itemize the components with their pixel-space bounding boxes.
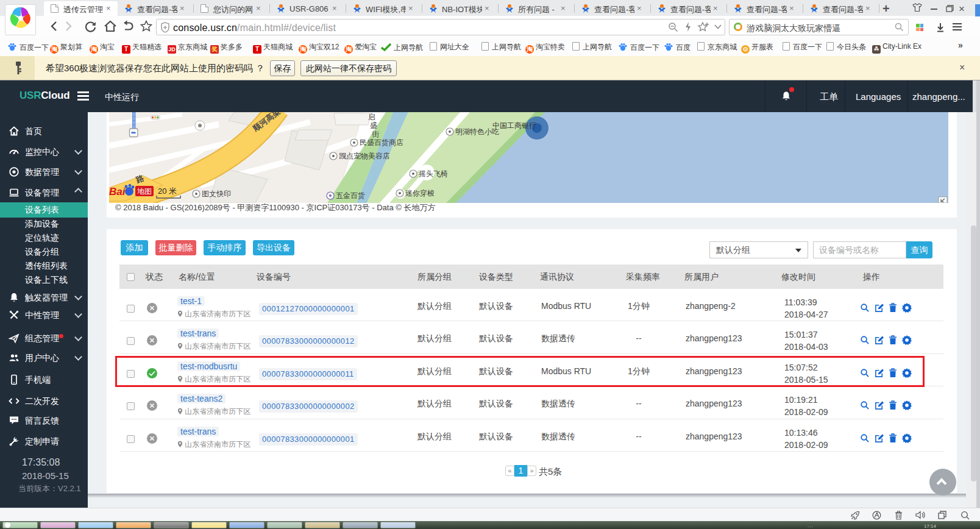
svg-text:20 米: 20 米 — [158, 186, 177, 196]
svg-text:中国工商银行: 中国工商银行 — [492, 121, 536, 130]
svg-text:地图: 地图 — [137, 187, 152, 196]
svg-text:摇头飞椅: 摇头飞椅 — [418, 169, 448, 178]
svg-text:觊点宠物美容店: 觊点宠物美容店 — [339, 152, 390, 160]
svg-text:盛: 盛 — [370, 121, 377, 130]
svg-text:五金百货: 五金百货 — [336, 191, 365, 200]
svg-text:民盛百货商店: 民盛百货商店 — [360, 138, 403, 147]
svg-text:图文快印: 图文快印 — [202, 190, 231, 198]
svg-text:启: 启 — [368, 113, 375, 121]
svg-text:街: 街 — [372, 130, 379, 138]
svg-text:Bai: Bai — [109, 186, 126, 197]
svg-text:迷你穿梭: 迷你穿梭 — [405, 189, 435, 197]
